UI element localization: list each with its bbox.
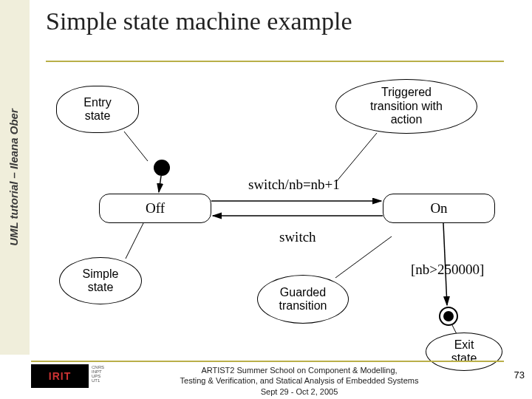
logo-irit: IRIT (31, 364, 89, 388)
svg-line-5 (159, 176, 161, 192)
final-state-circle (439, 307, 458, 326)
callout-entry-text: Entry state (83, 96, 111, 123)
state-off: Off (99, 194, 211, 223)
final-state-dot (443, 311, 454, 321)
title-divider (46, 61, 504, 62)
state-on-label: On (430, 200, 447, 216)
state-on: On (383, 194, 495, 223)
label-trigger-back: switch (279, 229, 316, 245)
callout-guarded-transition: Guarded transition (257, 275, 349, 324)
callout-triggered-text: Triggered transition with action (370, 86, 443, 126)
footer-divider (31, 361, 504, 362)
callout-simple-state: Simple state (59, 257, 142, 304)
sidebar-strip: UML tutorial – Ileana Ober (0, 0, 30, 355)
callout-entry-state: Entry state (56, 86, 139, 133)
footer-text: ARTIST2 Summer School on Component & Mod… (148, 365, 451, 397)
footer-line2: Testing & Verification, and Statical Ana… (148, 375, 451, 386)
label-trigger-action: switch/nb=nb+1 (248, 177, 340, 193)
initial-state-dot (154, 160, 170, 176)
callout-simple-text: Simple state (83, 267, 119, 294)
callout-triggered-transition: Triggered transition with action (335, 79, 477, 134)
footer-line3: Sept 29 - Oct 2, 2005 (148, 386, 451, 397)
sidebar-label: UML tutorial – Ileana Ober (7, 109, 20, 246)
svg-line-3 (335, 236, 392, 278)
page-title: Simple state machine example (46, 7, 352, 35)
svg-line-2 (126, 222, 144, 259)
state-off-label: Off (146, 200, 165, 216)
callout-guarded-text: Guarded transition (279, 286, 327, 313)
logo-affiliations: CNRS INPT UPS UT1 (92, 365, 121, 383)
logo-text: IRIT (49, 370, 71, 382)
label-guard-condition: [nb>250000] (411, 262, 484, 278)
page-number: 73 (514, 369, 525, 381)
footer-line1: ARTIST2 Summer School on Component & Mod… (148, 365, 451, 375)
svg-line-1 (336, 133, 377, 182)
svg-line-0 (124, 132, 148, 161)
